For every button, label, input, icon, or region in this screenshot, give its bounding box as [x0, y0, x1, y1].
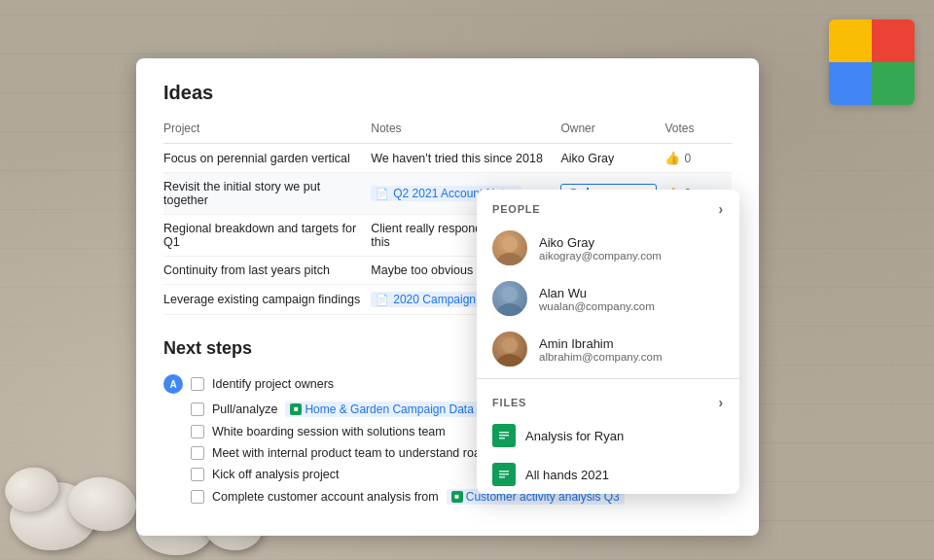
divider [477, 378, 739, 379]
checklist-text: Pull/analyze [212, 402, 277, 416]
thumb-icon: 👍 [665, 151, 680, 165]
row1-notes: We haven't tried this since 2018 [371, 144, 560, 173]
avatar: A [163, 374, 183, 394]
svg-rect-8 [499, 435, 509, 437]
sheets-icon-analysis [492, 424, 516, 447]
person-item-aiko[interactable]: Aiko Gray aikogray@company.com [477, 223, 739, 273]
svg-point-3 [497, 303, 522, 316]
svg-point-5 [497, 354, 522, 367]
svg-point-2 [502, 287, 518, 302]
file-item-analysis[interactable]: Analysis for Ryan [477, 416, 739, 455]
checkbox[interactable] [191, 425, 204, 438]
checkbox[interactable] [191, 468, 204, 481]
logo-green [872, 62, 915, 105]
person-info-amin: Amin Ibrahim albrahim@company.com [539, 336, 663, 363]
row4-project: Continuity from last years pitch [163, 257, 371, 285]
person-email-alan: wualan@company.com [539, 300, 655, 312]
sheets-icon: ■ [290, 403, 302, 415]
checklist-text: Complete customer account analysis from [212, 490, 439, 504]
svg-point-1 [497, 253, 522, 265]
logo-blue [829, 62, 872, 105]
col-header-notes: Notes [371, 118, 560, 144]
sheets-icon: ■ [451, 491, 463, 503]
svg-rect-12 [499, 473, 509, 475]
avatar-alan [492, 281, 527, 316]
svg-rect-9 [499, 438, 505, 439]
ideas-title: Ideas [163, 82, 732, 104]
person-name-aiko: Aiko Gray [539, 235, 662, 250]
svg-point-4 [502, 337, 518, 353]
mention-dropdown: PEOPLE › Aiko Gray aikogray@company.com … [477, 190, 739, 494]
chevron-right-icon[interactable]: › [719, 201, 724, 217]
avatar-amin [492, 332, 527, 367]
person-email-aiko: aikogray@company.com [539, 250, 662, 262]
checklist-text: White boarding session with solutions te… [212, 425, 446, 438]
doc-icon: 📄 [376, 294, 389, 306]
file-name-allhands: All hands 2021 [525, 468, 609, 482]
checklist-text: Kick off analysis project [212, 468, 339, 481]
home-garden-badge[interactable]: ■ Home & Garden Campaign Data [285, 402, 478, 417]
row2-project: Revisit the initial story we put togethe… [163, 173, 371, 215]
col-header-votes: Votes [665, 118, 732, 144]
svg-rect-11 [499, 471, 509, 472]
google-logo [829, 19, 915, 105]
person-info-alan: Alan Wu wualan@company.com [539, 286, 655, 312]
table-row: Focus on perennial garden vertical We ha… [163, 144, 732, 173]
checkbox[interactable] [191, 377, 204, 391]
doc-icon: 📄 [376, 188, 389, 200]
sheets-icon-allhands [492, 463, 516, 486]
col-header-project: Project [163, 118, 371, 144]
person-name-amin: Amin Ibrahim [539, 336, 663, 351]
files-section-label: FILES › [477, 383, 739, 416]
avatar-aiko [492, 230, 527, 265]
person-name-alan: Alan Wu [539, 286, 655, 300]
checkbox[interactable] [191, 446, 204, 460]
row1-project: Focus on perennial garden vertical [163, 144, 371, 173]
checkbox[interactable] [191, 402, 204, 416]
people-section-label: PEOPLE › [477, 190, 739, 223]
vote-count: 0 [684, 152, 691, 165]
svg-point-0 [502, 236, 518, 252]
person-item-amin[interactable]: Amin Ibrahim albrahim@company.com [477, 324, 739, 374]
svg-rect-7 [499, 432, 509, 434]
person-info-aiko: Aiko Gray aikogray@company.com [539, 235, 662, 262]
logo-yellow [829, 19, 872, 62]
checklist-text: Identify project owners [212, 377, 334, 391]
person-item-alan[interactable]: Alan Wu wualan@company.com [477, 273, 739, 324]
row5-project: Leverage existing campaign findings [163, 285, 371, 315]
row1-votes: 👍 0 [665, 144, 732, 173]
checkbox[interactable] [191, 490, 204, 504]
svg-rect-13 [499, 476, 505, 478]
file-name-analysis: Analysis for Ryan [525, 429, 624, 443]
file-item-allhands[interactable]: All hands 2021 [477, 455, 739, 494]
logo-red [872, 19, 915, 62]
chevron-right-icon[interactable]: › [719, 395, 724, 410]
row3-project: Regional breakdown and targets for Q1 [163, 215, 371, 257]
person-email-amin: albrahim@company.com [539, 351, 663, 363]
row1-owner: Aiko Gray [560, 144, 665, 173]
col-header-owner: Owner [560, 118, 665, 144]
